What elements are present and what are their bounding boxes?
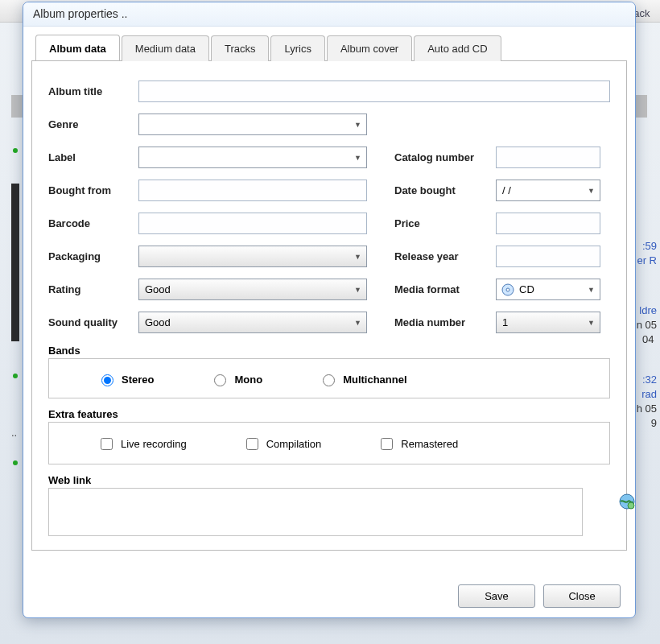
bg-frag: rad <box>641 388 657 400</box>
save-button[interactable]: Save <box>458 584 535 608</box>
label-rating: Rating <box>48 283 138 295</box>
input-catalog-number[interactable] <box>496 147 600 168</box>
check-compilation[interactable]: Compilation <box>243 436 322 452</box>
label-label: Label <box>48 151 138 163</box>
label-genre: Genre <box>48 118 138 130</box>
label-barcode: Barcode <box>48 217 138 229</box>
select-media-format[interactable]: CD <box>496 279 600 300</box>
label-album-title: Album title <box>48 85 138 97</box>
check-remastered[interactable]: Remastered <box>377 436 458 452</box>
label-price: Price <box>394 217 496 229</box>
input-bought-from[interactable] <box>138 180 367 201</box>
bg-dots-text: .. <box>11 427 17 439</box>
status-dot <box>13 374 18 378</box>
input-web-link[interactable] <box>48 488 583 536</box>
input-price[interactable] <box>496 213 600 234</box>
tab-medium-data[interactable]: Medium data <box>122 35 209 61</box>
dialog-title: Album properties .. <box>23 2 635 27</box>
label-date-bought: Date bought <box>394 184 496 196</box>
label-catalog-number: Catalog number <box>394 151 496 163</box>
label-media-format: Media format <box>394 283 496 295</box>
bg-album-thumb <box>11 184 19 341</box>
album-properties-dialog: Album properties .. Album data Medium da… <box>23 2 636 618</box>
label-extra-features: Extra features <box>48 408 610 420</box>
input-release-year[interactable] <box>496 246 600 267</box>
label-packaging: Packaging <box>48 250 138 262</box>
radio-stereo[interactable]: Stereo <box>97 372 154 386</box>
select-packaging[interactable] <box>138 246 367 267</box>
select-genre[interactable] <box>138 114 367 135</box>
status-dot <box>13 148 18 153</box>
bg-frag: ldre <box>639 304 657 316</box>
tab-pane-album-data: Album title Genre Label Catalog number B… <box>31 61 627 551</box>
group-bands: Stereo Mono Multichannel <box>48 358 610 398</box>
bg-frag: 9 <box>651 417 657 429</box>
select-label[interactable] <box>138 147 367 168</box>
label-sound-quality: Sound quality <box>48 316 138 328</box>
globe-icon[interactable] <box>618 493 636 513</box>
bg-frag: 04 <box>639 333 657 345</box>
select-sound-quality[interactable]: Good <box>138 312 367 333</box>
input-barcode[interactable] <box>138 213 367 234</box>
tabstrip: Album data Medium data Tracks Lyrics Alb… <box>31 35 627 61</box>
select-media-number[interactable]: 1 <box>496 312 600 333</box>
tab-album-data[interactable]: Album data <box>35 35 120 60</box>
tab-lyrics[interactable]: Lyrics <box>270 35 324 61</box>
label-release-year: Release year <box>394 250 496 262</box>
cd-icon <box>501 283 514 296</box>
input-album-title[interactable] <box>138 80 610 102</box>
bg-frag: n 05 <box>637 319 657 331</box>
bg-frag: :32 <box>642 374 657 386</box>
select-rating[interactable]: Good <box>138 279 367 300</box>
label-bought-from: Bought from <box>48 184 138 196</box>
check-live-recording[interactable]: Live recording <box>97 436 187 452</box>
bg-frag: h 05 <box>637 402 657 415</box>
svg-point-3 <box>628 502 634 509</box>
group-extra-features: Live recording Compilation Remastered <box>48 422 610 464</box>
bg-frag: er R <box>637 254 657 266</box>
radio-multichannel[interactable]: Multichannel <box>319 372 406 386</box>
tab-tracks[interactable]: Tracks <box>211 35 270 61</box>
status-dot <box>13 460 18 465</box>
close-button[interactable]: Close <box>543 584 621 608</box>
radio-mono[interactable]: Mono <box>210 372 262 386</box>
tab-auto-add-cd[interactable]: Auto add CD <box>414 35 501 61</box>
label-bands: Bands <box>48 345 610 357</box>
input-date-bought[interactable]: / / <box>496 180 600 201</box>
tab-album-cover[interactable]: Album cover <box>327 35 412 61</box>
bg-frag: :59 <box>642 240 657 252</box>
svg-point-1 <box>506 288 509 291</box>
label-media-number: Media number <box>394 316 496 328</box>
label-web-link: Web link <box>48 474 610 486</box>
